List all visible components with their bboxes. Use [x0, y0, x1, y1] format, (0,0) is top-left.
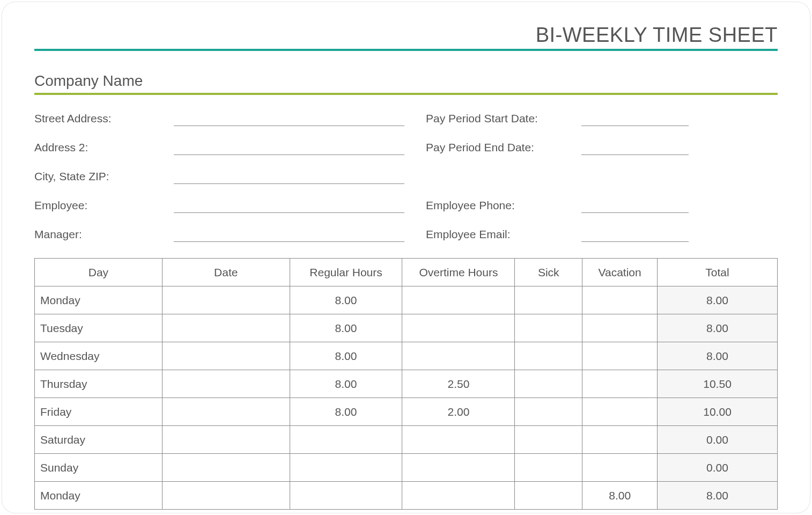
cell-sick[interactable] [515, 454, 582, 482]
cell-day: Wednesday [35, 342, 163, 370]
cell-regular[interactable]: 8.00 [290, 398, 402, 426]
cell-vacation[interactable] [582, 426, 658, 454]
cell-sick[interactable] [515, 370, 582, 398]
cell-total: 8.00 [658, 314, 778, 342]
cell-regular[interactable]: 8.00 [290, 342, 402, 370]
company-name: Company Name [34, 72, 778, 90]
cell-overtime[interactable] [402, 426, 515, 454]
cell-sick[interactable] [515, 314, 582, 342]
cell-overtime[interactable] [402, 286, 515, 314]
table-row: Monday8.008.00 [35, 286, 778, 314]
cell-overtime[interactable]: 2.00 [402, 398, 515, 426]
info-grid: Street Address: Pay Period Start Date: A… [34, 110, 778, 242]
cell-date[interactable] [162, 342, 290, 370]
cell-day: Thursday [35, 370, 163, 398]
cell-vacation[interactable] [582, 454, 658, 482]
cell-total: 0.00 [658, 454, 778, 482]
cell-date[interactable] [162, 482, 290, 510]
cell-overtime[interactable]: 2.50 [402, 370, 515, 398]
label-pay-start: Pay Period Start Date: [426, 110, 560, 126]
title-divider [34, 49, 778, 51]
cell-sick[interactable] [515, 398, 582, 426]
input-street-address[interactable] [174, 110, 404, 126]
cell-regular[interactable] [290, 426, 402, 454]
cell-total: 10.50 [658, 370, 778, 398]
cell-total: 8.00 [658, 482, 778, 510]
cell-overtime[interactable] [402, 314, 515, 342]
company-divider [34, 93, 778, 95]
cell-day: Monday [35, 482, 163, 510]
cell-sick[interactable] [515, 482, 582, 510]
cell-overtime[interactable] [402, 342, 515, 370]
cell-date[interactable] [162, 454, 290, 482]
input-address2[interactable] [174, 139, 404, 155]
table-row: Friday8.002.0010.00 [35, 398, 778, 426]
cell-date[interactable] [162, 426, 290, 454]
cell-sick[interactable] [515, 286, 582, 314]
label-manager: Manager: [34, 226, 152, 242]
cell-vacation[interactable]: 8.00 [582, 482, 658, 510]
label-employee-email: Employee Email: [426, 226, 560, 242]
cell-day: Saturday [35, 426, 163, 454]
cell-vacation[interactable] [582, 370, 658, 398]
cell-vacation[interactable] [582, 314, 658, 342]
th-vacation: Vacation [582, 259, 658, 286]
cell-vacation[interactable] [582, 286, 658, 314]
input-employee-phone[interactable] [581, 197, 689, 213]
table-row: Thursday8.002.5010.50 [35, 370, 778, 398]
page-title: BI-WEEKLY TIME SHEET [34, 24, 778, 47]
label-employee: Employee: [34, 197, 152, 213]
table-row: Saturday0.00 [35, 426, 778, 454]
cell-date[interactable] [162, 286, 290, 314]
input-city-state-zip[interactable] [174, 168, 404, 184]
cell-regular[interactable]: 8.00 [290, 286, 402, 314]
timesheet-page: BI-WEEKLY TIME SHEET Company Name Street… [2, 2, 810, 513]
cell-day: Sunday [35, 454, 163, 482]
cell-total: 8.00 [658, 286, 778, 314]
table-row: Tuesday8.008.00 [35, 314, 778, 342]
th-sick: Sick [515, 259, 582, 286]
th-overtime: Overtime Hours [402, 259, 515, 286]
label-street-address: Street Address: [34, 110, 152, 126]
table-row: Monday8.008.00 [35, 482, 778, 510]
cell-date[interactable] [162, 370, 290, 398]
cell-overtime[interactable] [402, 482, 515, 510]
empty-cell [581, 168, 689, 184]
input-manager[interactable] [174, 226, 404, 242]
table-row: Wednesday8.008.00 [35, 342, 778, 370]
th-total: Total [658, 259, 778, 286]
table-row: Sunday0.00 [35, 454, 778, 482]
table-header-row: Day Date Regular Hours Overtime Hours Si… [35, 259, 778, 286]
empty-cell [426, 168, 560, 184]
cell-overtime[interactable] [402, 454, 515, 482]
label-employee-phone: Employee Phone: [426, 197, 560, 213]
time-table: Day Date Regular Hours Overtime Hours Si… [34, 258, 778, 510]
cell-day: Friday [35, 398, 163, 426]
cell-date[interactable] [162, 398, 290, 426]
input-pay-end[interactable] [581, 139, 689, 155]
cell-total: 8.00 [658, 342, 778, 370]
cell-sick[interactable] [515, 342, 582, 370]
cell-day: Monday [35, 286, 163, 314]
cell-sick[interactable] [515, 426, 582, 454]
cell-regular[interactable] [290, 482, 402, 510]
cell-date[interactable] [162, 314, 290, 342]
cell-regular[interactable] [290, 454, 402, 482]
cell-total: 10.00 [658, 398, 778, 426]
cell-total: 0.00 [658, 426, 778, 454]
label-pay-end: Pay Period End Date: [426, 139, 560, 155]
label-address2: Address 2: [34, 139, 152, 155]
cell-vacation[interactable] [582, 342, 658, 370]
input-pay-start[interactable] [581, 110, 689, 126]
th-regular: Regular Hours [290, 259, 402, 286]
th-day: Day [35, 259, 163, 286]
cell-day: Tuesday [35, 314, 163, 342]
cell-regular[interactable]: 8.00 [290, 314, 402, 342]
label-city-state-zip: City, State ZIP: [34, 168, 152, 184]
th-date: Date [162, 259, 290, 286]
cell-regular[interactable]: 8.00 [290, 370, 402, 398]
input-employee-email[interactable] [581, 226, 689, 242]
input-employee[interactable] [174, 197, 404, 213]
cell-vacation[interactable] [582, 398, 658, 426]
